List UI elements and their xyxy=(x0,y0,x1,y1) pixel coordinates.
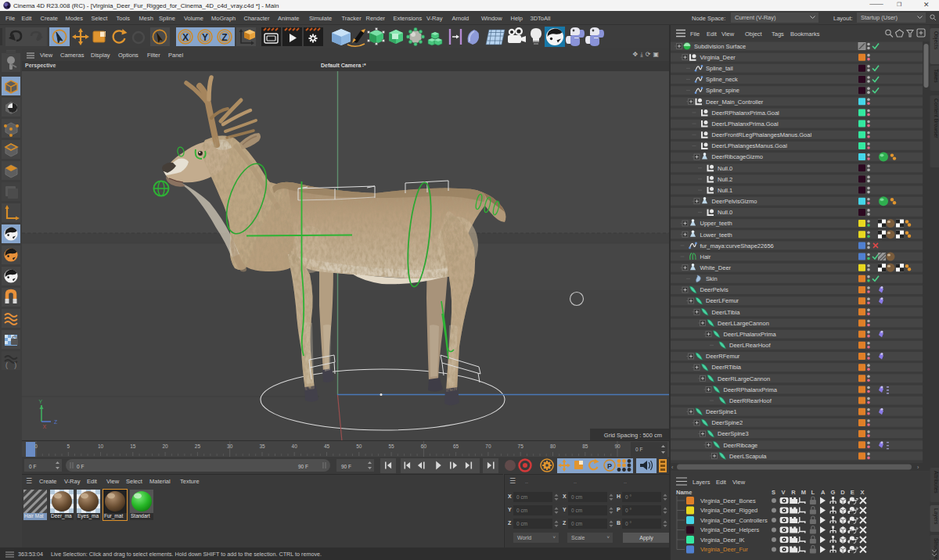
svg-text:10: 10 xyxy=(98,443,104,449)
svg-text:DeerLPhalanxPrima.Goal: DeerLPhalanxPrima.Goal xyxy=(712,120,779,127)
svg-text:Y: Y xyxy=(39,399,43,404)
svg-text:Content Browser: Content Browser xyxy=(934,99,939,138)
svg-text:DeerFrontRLegPhalangesManus.Go: DeerFrontRLegPhalangesManus.Goal xyxy=(712,131,812,138)
svg-text:DeerRLargeCannon: DeerRLargeCannon xyxy=(718,375,770,382)
svg-text:Virginia_Deer: Virginia_Deer xyxy=(700,54,736,61)
svg-text:Layers: Layers xyxy=(693,479,711,486)
svg-text:R: R xyxy=(791,489,796,496)
svg-text:DeerSpine2: DeerSpine2 xyxy=(712,419,743,426)
svg-text:DeerSpine3: DeerSpine3 xyxy=(718,430,749,437)
svg-text:DeerPelvis: DeerPelvis xyxy=(700,286,729,293)
svg-text:90 F: 90 F xyxy=(341,464,351,469)
svg-text:DeerRFemur: DeerRFemur xyxy=(706,353,740,360)
svg-text:85: 85 xyxy=(582,443,588,449)
svg-text:Z: Z xyxy=(54,419,58,425)
svg-text:D: D xyxy=(840,489,845,496)
svg-text:Grid Spacing : 500 cm: Grid Spacing : 500 cm xyxy=(604,432,662,439)
svg-text:0 F: 0 F xyxy=(77,464,84,469)
svg-text:A: A xyxy=(821,489,826,496)
svg-text:Skin: Skin xyxy=(706,275,718,282)
svg-text:Bookmarks: Bookmarks xyxy=(790,31,820,38)
svg-text:DeerRPhalanxPrima.Goal: DeerRPhalanxPrima.Goal xyxy=(712,109,780,117)
svg-text:Layers: Layers xyxy=(933,508,939,525)
svg-text:Object: Object xyxy=(745,31,763,38)
svg-text:Structure: Structure xyxy=(934,538,939,560)
svg-text:White_Deer: White_Deer xyxy=(700,264,732,271)
svg-text:30: 30 xyxy=(227,443,233,449)
svg-text:X: X xyxy=(860,489,864,496)
svg-text:Null.1: Null.1 xyxy=(718,187,732,194)
svg-text:DeerLRearHoof: DeerLRearHoof xyxy=(729,342,771,349)
svg-text:Null.0: Null.0 xyxy=(718,209,732,216)
svg-text:Z: Z xyxy=(221,32,227,43)
svg-text:Deer_Main_Controller: Deer_Main_Controller xyxy=(706,99,764,106)
svg-text:Virginia_Deer_Helpers: Virginia_Deer_Helpers xyxy=(700,526,760,533)
svg-text:Virginia_Deer_IK: Virginia_Deer_IK xyxy=(700,537,745,544)
svg-text:Spline_spine: Spline_spine xyxy=(706,87,739,94)
svg-text:Y: Y xyxy=(202,32,208,43)
svg-text:Edit: Edit xyxy=(716,479,727,486)
svg-text:0: 0 xyxy=(34,443,38,449)
svg-text:55: 55 xyxy=(388,443,394,449)
svg-text:90 F: 90 F xyxy=(298,464,308,469)
svg-text:20: 20 xyxy=(162,443,168,449)
svg-text:DeerRTibia: DeerRTibia xyxy=(712,364,742,371)
svg-text:5: 5 xyxy=(67,443,70,449)
svg-text:65: 65 xyxy=(453,443,459,449)
svg-text:M: M xyxy=(801,489,806,496)
svg-text:G: G xyxy=(831,489,836,496)
svg-text:0 F: 0 F xyxy=(29,464,36,469)
svg-text:Name: Name xyxy=(676,489,692,496)
svg-text:X: X xyxy=(43,424,47,429)
svg-text:70: 70 xyxy=(485,443,491,449)
svg-text:15: 15 xyxy=(130,443,136,449)
svg-text:Hair: Hair xyxy=(700,253,711,260)
svg-text:DeerLTibia: DeerLTibia xyxy=(712,309,741,316)
svg-text:Subdivision Surface: Subdivision Surface xyxy=(694,43,746,50)
svg-text:Virginia_Deer_Fur: Virginia_Deer_Fur xyxy=(700,546,748,553)
svg-text:DeerRibcage: DeerRibcage xyxy=(724,442,758,449)
svg-text:50: 50 xyxy=(356,443,362,449)
svg-text:fur_maya:curveShape22656: fur_maya:curveShape22656 xyxy=(700,242,774,249)
svg-text:DeerRPhalanxPrima: DeerRPhalanxPrima xyxy=(724,386,778,393)
svg-text:E: E xyxy=(851,489,854,496)
svg-text:DeerLPhalangesManus.Goal: DeerLPhalangesManus.Goal xyxy=(712,142,788,149)
svg-text:DeerLFemur: DeerLFemur xyxy=(706,297,739,304)
svg-text:80: 80 xyxy=(550,443,556,449)
svg-text:View: View xyxy=(732,479,746,486)
svg-text:35: 35 xyxy=(259,443,265,449)
svg-text:File: File xyxy=(690,31,700,38)
svg-text:( ): ( ) xyxy=(5,362,17,370)
svg-text:40: 40 xyxy=(292,443,298,449)
svg-text:DeerRibcageGizmo: DeerRibcageGizmo xyxy=(712,153,763,160)
svg-text:Spline_tail: Spline_tail xyxy=(706,65,733,72)
svg-text:Virginia_Deer_Rigged: Virginia_Deer_Rigged xyxy=(700,507,757,514)
svg-text:Spline_neck: Spline_neck xyxy=(706,76,738,83)
svg-text:DeerLScapula: DeerLScapula xyxy=(729,453,767,460)
svg-text:DeerPelvisGizmo: DeerPelvisGizmo xyxy=(712,198,757,205)
svg-text:Lower_teeth: Lower_teeth xyxy=(700,232,732,239)
svg-text:75: 75 xyxy=(518,443,524,449)
svg-text:DeerLLargeCannon: DeerLLargeCannon xyxy=(718,320,769,327)
svg-text:Null.2: Null.2 xyxy=(718,176,732,183)
svg-text:Upper_teeth: Upper_teeth xyxy=(700,220,732,227)
svg-text:25: 25 xyxy=(195,443,201,449)
svg-text:Virginia_Deer_Controllers: Virginia_Deer_Controllers xyxy=(700,517,768,524)
svg-text:Tags: Tags xyxy=(772,31,784,38)
svg-text:View: View xyxy=(721,31,735,38)
svg-text:45: 45 xyxy=(324,443,330,449)
svg-text:DeerSpine1: DeerSpine1 xyxy=(706,408,737,415)
svg-text:V: V xyxy=(782,489,786,496)
svg-text:DeerRRearHoof: DeerRRearHoof xyxy=(729,397,772,404)
svg-text:P: P xyxy=(607,462,612,470)
svg-text:Edit: Edit xyxy=(707,31,718,38)
svg-text:60: 60 xyxy=(421,443,427,449)
svg-text:90: 90 xyxy=(614,443,621,449)
svg-text:Takes: Takes xyxy=(934,69,939,83)
svg-text:DeerLPhalanxPrima: DeerLPhalanxPrima xyxy=(724,331,777,338)
svg-text:Objects: Objects xyxy=(933,31,939,50)
svg-text:X: X xyxy=(182,32,189,43)
svg-text:Null.0: Null.0 xyxy=(718,165,732,172)
svg-text:0 F: 0 F xyxy=(635,447,642,452)
svg-text:L: L xyxy=(811,489,815,496)
